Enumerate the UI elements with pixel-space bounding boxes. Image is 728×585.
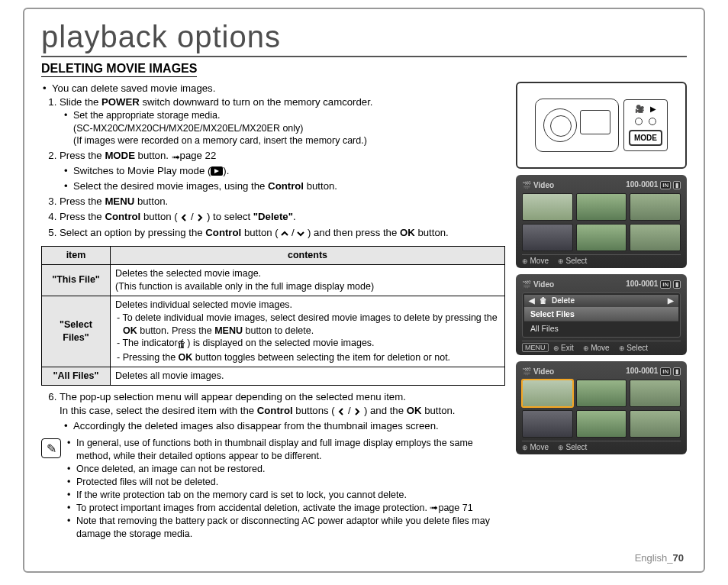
menu-all-files: All Files — [524, 321, 678, 335]
battery-icon: ▮ — [673, 367, 681, 376]
step-3: Press the MENU button. — [60, 195, 505, 208]
note-6: Note that removing the battery pack or d… — [76, 515, 505, 541]
step-1: Slide the POWER switch downward to turn … — [60, 95, 505, 147]
thumbnail — [630, 193, 681, 221]
page-title: playback options — [41, 20, 687, 57]
step-4: Press the Control button ( / ) to select… — [60, 210, 505, 225]
battery-icon: ▮ — [673, 280, 681, 289]
row-all-files-desc: Deletes all movie images. — [111, 367, 505, 386]
arrow-right-icon: ➟ — [430, 503, 438, 513]
lcd-exit-label: Exit — [553, 344, 574, 352]
menu-button-label: MENU — [522, 343, 549, 352]
lcd-select-label: Select — [558, 257, 587, 265]
page-frame: playback options DELETING MOVIE IMAGES Y… — [23, 8, 705, 573]
chevron-down-icon — [297, 228, 304, 241]
row-this-file-desc: Deletes the selected movie image. (This … — [111, 265, 505, 296]
note-2: Once deleted, an image can not be restor… — [76, 463, 505, 476]
play-icon: ▶ — [650, 105, 656, 113]
record-icon: 🎥 — [635, 105, 644, 113]
thumbnail — [522, 193, 573, 221]
section-heading: DELETING MOVIE IMAGES — [41, 62, 197, 77]
note-5: To protect important images from acciden… — [76, 502, 505, 515]
thumbnail — [522, 410, 573, 438]
chevron-right-icon — [353, 406, 361, 419]
chevron-left-icon — [180, 212, 188, 225]
main-content: You can delete saved movie images. Slide… — [41, 82, 505, 540]
mode-button: MODE — [629, 130, 662, 146]
lcd-screen-delete-menu: 🎬Video 100-0001 IN ▮ ◀🗑Delete▶ Select Fi… — [516, 274, 687, 355]
page-footer: English_70 — [635, 552, 684, 564]
video-icon: 🎬 — [522, 181, 531, 189]
camcorder-diagram: 🎥▶ MODE — [516, 82, 687, 169]
camcorder-body-icon — [535, 99, 619, 152]
row-all-files: "All Files" — [42, 367, 111, 386]
video-icon: 🎬 — [522, 367, 531, 376]
step-2: Press the MODE button. ➟page 22 Switches… — [60, 149, 505, 192]
movie-play-icon — [211, 166, 223, 179]
chevron-right-icon — [196, 212, 204, 225]
illustration-column: 🎥▶ MODE 🎬Video 100-0001 IN ▮ — [516, 82, 687, 540]
thumbnail — [576, 224, 627, 251]
thumbnail — [576, 410, 627, 438]
note-4: If the write protection tab on the memor… — [76, 489, 505, 502]
battery-icon: ▮ — [673, 181, 681, 189]
thumbnail — [630, 410, 681, 438]
storage-icon: IN — [660, 280, 671, 289]
step-5: Select an option by pressing the Control… — [60, 226, 505, 241]
step-6: The pop-up selection menu will appear de… — [60, 390, 505, 432]
thumbnail — [522, 224, 573, 251]
thumbnail — [630, 224, 681, 251]
lcd-move-label: Move — [522, 443, 549, 451]
menu-select-files: Select Files — [524, 306, 678, 321]
row-select-files: "Select Files" — [42, 296, 111, 367]
lcd-move-label: Move — [583, 344, 610, 352]
note-icon: ✎ — [41, 438, 61, 458]
video-icon: 🎬 — [522, 280, 531, 289]
lcd-screen-thumbnails: 🎬Video 100-0001 IN ▮ Move Select — [516, 175, 687, 268]
th-contents: contents — [111, 247, 505, 265]
row-this-file: "This File" — [42, 265, 111, 296]
lcd-select-label: Select — [558, 443, 587, 451]
row-select-files-desc: Deletes individual selected movie images… — [111, 296, 505, 367]
thumbnail — [630, 380, 681, 407]
trash-icon: 🗑 — [540, 296, 547, 305]
mode-button-plate: 🎥▶ MODE — [623, 99, 668, 151]
note-1: In general, use of functions both in thu… — [76, 437, 505, 463]
th-item: item — [42, 247, 111, 265]
lcd-move-label: Move — [522, 257, 549, 265]
chevron-left-icon — [337, 406, 345, 419]
arrow-right-icon: ➟ — [172, 150, 180, 164]
storage-icon: IN — [660, 181, 671, 189]
thumbnail — [576, 193, 627, 221]
chevron-up-icon — [281, 228, 288, 241]
intro-text: You can delete saved movie images. — [52, 82, 505, 95]
lcd-screen-selection: 🎬Video 100-0001 IN ▮ Move Select — [516, 361, 687, 454]
thumbnail-selected — [522, 380, 573, 407]
thumbnail — [576, 380, 627, 407]
options-table: itemcontents "This File" Deletes the sel… — [41, 246, 505, 386]
storage-icon: IN — [660, 367, 671, 376]
lcd-select-label: Select — [619, 344, 648, 352]
note-3: Protected files will not be deleted. — [76, 476, 505, 489]
